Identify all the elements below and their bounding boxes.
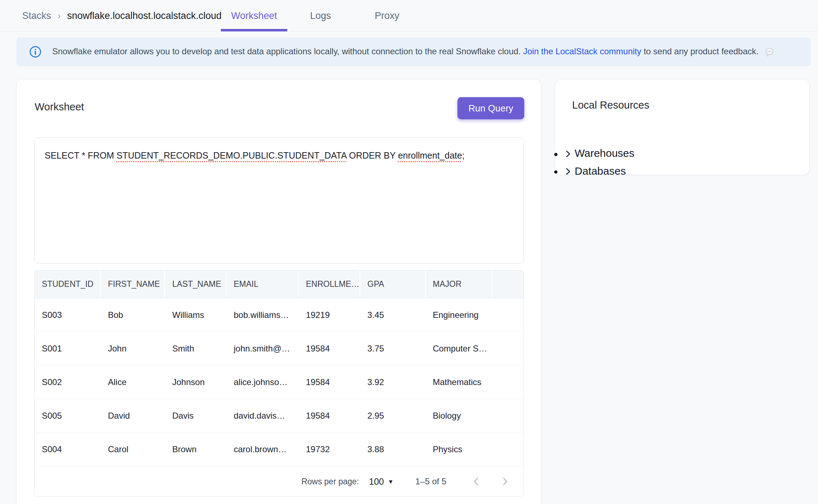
table-cell[interactable]: S003 — [35, 298, 101, 331]
table-cell[interactable]: david.davis… — [227, 399, 299, 432]
table-row[interactable]: S001 John Smith john.smith@… 19584 3.75 … — [35, 332, 524, 365]
worksheet-title: Worksheet — [35, 101, 84, 113]
table-row[interactable]: S005 David Davis david.davis… 19584 2.95… — [35, 399, 524, 433]
table-cell[interactable]: john.smith@… — [227, 332, 299, 365]
table-cell[interactable]: Physics — [426, 433, 492, 466]
sql-text-suffix: ; — [462, 150, 465, 160]
column-header-spacer — [492, 270, 524, 298]
column-header-email[interactable]: EMAIL — [227, 270, 299, 298]
resource-item-databases[interactable]: Databases — [563, 163, 634, 180]
table-cell[interactable]: John — [101, 332, 165, 365]
info-icon — [29, 46, 41, 58]
breadcrumb-stacks-link[interactable]: Stacks — [22, 10, 51, 21]
table-cell — [492, 399, 524, 432]
table-cell[interactable]: Computer S… — [426, 332, 492, 365]
table-cell[interactable]: S001 — [35, 332, 101, 365]
table-row[interactable]: S002 Alice Johnson alice.johnso… 19584 3… — [35, 365, 524, 399]
resource-item-label: Warehouses — [575, 145, 634, 161]
table-row[interactable]: S003 Bob Williams bob.williams… 19219 3.… — [35, 298, 524, 332]
sql-text-middle: ORDER BY — [347, 150, 398, 160]
table-cell[interactable]: Johnson — [165, 365, 227, 399]
table-cell[interactable]: 2.95 — [360, 399, 426, 432]
table-cell[interactable]: 19584 — [299, 399, 360, 432]
breadcrumb-current-stack: snowflake.localhost.localstack.cloud — [67, 10, 222, 21]
rows-per-page-select[interactable]: 100 ▾ — [369, 476, 392, 487]
run-query-button[interactable]: Run Query — [457, 97, 524, 119]
local-resources-title: Local Resources — [572, 99, 649, 111]
table-cell[interactable]: Davis — [165, 399, 227, 432]
speech-bubble-icon — [764, 47, 774, 57]
column-header-last-name[interactable]: LAST_NAME — [165, 270, 227, 298]
table-cell[interactable]: Alice — [101, 365, 165, 399]
table-cell — [492, 433, 524, 466]
table-cell[interactable]: Smith — [165, 332, 227, 365]
column-header-student-id[interactable]: STUDENT_ID — [35, 270, 101, 298]
local-resources-panel: Local Resources Warehouses Databases — [555, 79, 809, 175]
table-cell[interactable]: Biology — [426, 399, 492, 432]
table-row[interactable]: S004 Carol Brown carol.brown… 19732 3.88… — [35, 433, 524, 466]
table-cell[interactable]: 3.75 — [360, 332, 426, 365]
column-header-major[interactable]: MAJOR — [426, 270, 492, 298]
table-cell[interactable]: Mathematics — [426, 365, 492, 399]
table-cell — [492, 298, 524, 331]
table-cell[interactable]: Brown — [165, 433, 227, 466]
table-cell[interactable]: David — [101, 399, 165, 432]
chevron-left-icon — [471, 476, 482, 487]
table-cell[interactable]: 19732 — [299, 433, 360, 466]
banner-text: Snowflake emulator allows you to develop… — [52, 46, 774, 57]
local-resources-list: Warehouses Databases — [555, 145, 634, 180]
tab-logs[interactable]: Logs — [287, 0, 354, 31]
banner-community-link[interactable]: Join the LocalStack community — [523, 46, 641, 56]
table-cell[interactable]: Williams — [165, 298, 227, 331]
table-cell[interactable]: Bob — [101, 298, 165, 331]
chevron-right-icon — [563, 167, 572, 176]
column-header-first-name[interactable]: FIRST_NAME — [101, 270, 165, 298]
rows-per-page-label: Rows per page: — [301, 477, 359, 486]
chevron-right-icon — [500, 476, 510, 487]
table-cell[interactable]: S005 — [35, 399, 101, 432]
tab-logs-label: Logs — [310, 10, 331, 21]
table-cell — [492, 365, 524, 399]
table-cell[interactable]: 19219 — [299, 298, 360, 331]
sql-editor[interactable]: SELECT * FROM STUDENT_RECORDS_DEMO.PUBLI… — [34, 138, 524, 264]
table-cell[interactable]: 3.45 — [360, 298, 426, 331]
banner-text-after-link: to send any product feedback. — [641, 46, 759, 56]
table-cell[interactable]: 19584 — [299, 365, 360, 399]
table-cell[interactable]: alice.johnso… — [227, 365, 299, 399]
table-cell[interactable]: bob.williams… — [227, 298, 299, 331]
table-cell[interactable]: carol.brown… — [227, 433, 299, 466]
previous-page-button[interactable] — [469, 474, 484, 489]
breadcrumb: Stacks › snowflake.localhost.localstack.… — [22, 0, 222, 31]
sql-order-column: enrollment_date — [398, 150, 462, 160]
rows-per-page-value: 100 — [369, 476, 384, 487]
table-cell[interactable]: 3.92 — [360, 365, 426, 399]
sql-table-identifier: STUDENT_RECORDS_DEMO.PUBLIC.STUDENT_DATA — [116, 150, 347, 160]
table-cell[interactable]: Engineering — [426, 298, 492, 331]
table-pagination: Rows per page: 100 ▾ 1–5 of 5 — [35, 466, 524, 497]
table-cell[interactable]: S004 — [35, 433, 101, 466]
worksheet-panel: Worksheet Run Query SELECT * FROM STUDEN… — [16, 79, 541, 504]
column-header-gpa[interactable]: GPA — [360, 270, 426, 298]
chevron-right-icon — [563, 149, 572, 159]
table-header-row: STUDENT_ID FIRST_NAME LAST_NAME EMAIL EN… — [35, 270, 524, 298]
breadcrumb-separator-icon: › — [58, 10, 61, 21]
table-cell[interactable]: S002 — [35, 365, 101, 399]
column-header-enrollment[interactable]: ENROLLME… — [299, 270, 360, 298]
tab-proxy[interactable]: Proxy — [354, 0, 420, 31]
tab-worksheet-label: Worksheet — [231, 10, 277, 21]
banner-text-before-link: Snowflake emulator allows you to develop… — [52, 46, 523, 56]
table-cell[interactable]: Carol — [101, 433, 165, 466]
tab-bar: Worksheet Logs Proxy — [221, 0, 420, 31]
resource-item-warehouses[interactable]: Warehouses — [563, 145, 634, 163]
tab-proxy-label: Proxy — [375, 10, 399, 21]
pagination-range-label: 1–5 of 5 — [415, 476, 446, 486]
active-tab-indicator — [221, 29, 287, 31]
tab-worksheet[interactable]: Worksheet — [221, 0, 287, 31]
top-navigation-bar: Stacks › snowflake.localhost.localstack.… — [0, 0, 818, 31]
table-cell — [492, 332, 524, 365]
table-cell[interactable]: 19584 — [299, 332, 360, 365]
resource-item-label: Databases — [575, 163, 626, 179]
table-cell[interactable]: 3.88 — [360, 433, 426, 466]
dropdown-caret-icon: ▾ — [389, 477, 392, 486]
next-page-button[interactable] — [497, 474, 513, 489]
